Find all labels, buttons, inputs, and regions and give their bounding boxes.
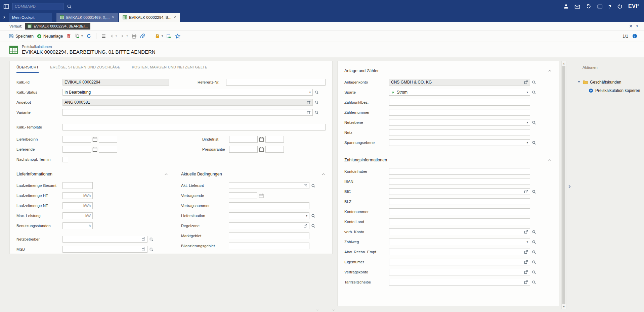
search-icon[interactable] (532, 190, 536, 194)
search-icon[interactable] (532, 250, 536, 254)
new-record-button[interactable]: Neuanlage (37, 34, 63, 39)
tree-node-geschaeftskunden[interactable]: Geschäftskunden (577, 80, 642, 85)
menu-icon[interactable] (101, 34, 106, 39)
search-icon[interactable] (311, 214, 315, 218)
vertical-scrollbar[interactable]: ▲ ▼ (561, 61, 566, 309)
copy-dropdown-caret-icon[interactable]: ▾ (81, 35, 83, 38)
laufzeitmenge-ht-input[interactable]: kWh (62, 192, 93, 199)
favorite-star-icon[interactable] (175, 34, 180, 39)
scroll-down-arrow[interactable]: ▼ (562, 304, 566, 309)
dropdown-caret-icon[interactable]: ▾ (526, 141, 528, 144)
kontoinhaber-input[interactable] (389, 168, 530, 175)
preisgarantie-date-input[interactable] (229, 146, 258, 153)
close-tab-icon[interactable] (173, 16, 176, 19)
search-icon[interactable] (532, 230, 536, 234)
open-link-icon[interactable] (524, 270, 528, 274)
naechstmoegl-termin-checkbox[interactable] (62, 157, 68, 162)
laufzeitmenge-gesamt-input[interactable] (62, 182, 93, 189)
bilanzierungsgebiet-input[interactable] (229, 243, 309, 249)
lock-button[interactable]: ▾ (155, 34, 163, 39)
open-link-icon[interactable] (141, 237, 145, 241)
lieferbeginn-date-input[interactable] (62, 136, 91, 143)
open-link-icon[interactable] (303, 224, 307, 228)
power-icon[interactable] (617, 4, 622, 9)
search-icon[interactable] (532, 141, 536, 145)
vertragsende-date-input[interactable] (229, 192, 257, 199)
tab-kosten-margen-netzentgelte[interactable]: KOSTEN, MARGEN UND NETZENTGELTE (132, 61, 207, 73)
zahlweg-dropdown[interactable]: ▾ (389, 239, 530, 245)
tab-uebersicht[interactable]: ÜBERSICHT (16, 61, 39, 73)
goto-link-icon[interactable] (166, 34, 172, 39)
scrollbar-thumb[interactable] (562, 66, 565, 304)
open-link-icon[interactable] (524, 230, 528, 234)
search-icon[interactable] (532, 240, 536, 244)
inbox-icon[interactable] (574, 4, 580, 9)
print-icon[interactable] (131, 34, 137, 39)
collapse-chevron-icon[interactable] (548, 158, 552, 162)
collapse-chevron-icon[interactable] (164, 172, 168, 176)
zaehlpunktbez-input[interactable] (389, 99, 530, 106)
vorh-konto-field[interactable] (389, 228, 530, 235)
liefersituation-dropdown[interactable]: ▾ (229, 212, 309, 219)
search-icon[interactable] (532, 270, 536, 274)
sidebar-expand-chevron[interactable] (0, 13, 8, 22)
eigentuemer-field[interactable] (389, 259, 530, 265)
dropdown-caret-icon[interactable]: ▾ (526, 241, 528, 244)
anlagenkonto-field[interactable]: CNS GMBH & CO. KG (389, 79, 530, 86)
search-icon[interactable] (532, 90, 536, 95)
kontonummer-input[interactable] (389, 208, 530, 215)
referenz-nr-input[interactable] (226, 79, 326, 86)
tarifzeitscheibe-field[interactable] (389, 279, 530, 285)
history-chip[interactable]: EVIKALK 00002294, BEARBEI... (25, 23, 90, 30)
calendar-icon[interactable] (259, 193, 264, 198)
attachment-icon[interactable] (140, 34, 145, 39)
variante-field[interactable] (62, 109, 313, 116)
open-link-icon[interactable] (141, 247, 145, 251)
bindefrist-date-input[interactable] (229, 136, 258, 143)
lieferbeginn-time-input[interactable] (99, 136, 117, 143)
search-icon[interactable] (314, 90, 319, 95)
benutzungsstunden-input[interactable]: h (62, 222, 93, 229)
tab-evikalk-00001469[interactable]: EVIKALK 00001469, X,... (56, 13, 118, 22)
navigate-back-button[interactable]: ▾ (110, 34, 117, 38)
collapse-chevron-icon[interactable] (321, 172, 326, 176)
copy-button[interactable]: ▾ (75, 34, 83, 39)
actions-panel-expand-chevron[interactable] (566, 61, 572, 312)
redo-icon[interactable] (586, 4, 591, 9)
close-tab-icon[interactable] (112, 16, 115, 19)
open-link-icon[interactable] (303, 184, 307, 188)
tab-evikalk-00002294[interactable]: EVIKALK 00002294, B... (119, 13, 180, 22)
tab-erloese-steuern-zuschlaege[interactable]: ERLÖSE, STEUERN UND ZUSCHLÄGE (50, 61, 120, 73)
lock-dropdown-caret-icon[interactable]: ▾ (162, 35, 163, 38)
open-link-icon[interactable] (524, 260, 528, 264)
search-icon[interactable] (532, 120, 536, 125)
vertragskonto-field[interactable] (389, 269, 530, 275)
netzbetreiber-field[interactable] (62, 236, 147, 243)
marktgebiet-input[interactable] (229, 232, 309, 239)
msb-field[interactable] (62, 246, 147, 253)
scroll-up-arrow[interactable]: ▲ (562, 61, 566, 66)
keypad-icon[interactable] (597, 4, 603, 9)
angebot-field[interactable]: ANG 0000581 (62, 99, 313, 106)
help-icon[interactable]: ? (608, 4, 611, 9)
akt-lieferant-field[interactable] (229, 182, 309, 189)
search-icon[interactable] (67, 4, 72, 9)
forward-dropdown-caret-icon[interactable]: ▾ (126, 35, 128, 38)
lieferende-date-input[interactable] (62, 146, 91, 153)
bindefrist-time-input[interactable] (265, 136, 284, 143)
spannungsebene-dropdown[interactable]: ▾ (389, 139, 530, 146)
calendar-icon[interactable] (259, 137, 264, 142)
calendar-icon[interactable] (259, 147, 264, 152)
blz-input[interactable] (389, 198, 530, 205)
konto-land-input[interactable] (389, 218, 530, 225)
scroll-hint-chevron-icon[interactable] (331, 308, 335, 312)
search-icon[interactable] (149, 247, 154, 252)
search-icon[interactable] (311, 224, 315, 228)
kalk-template-input[interactable] (62, 124, 326, 131)
laufzeitmenge-nt-input[interactable]: kWh (62, 202, 93, 209)
back-dropdown-caret-icon[interactable]: ▾ (116, 35, 117, 38)
open-link-icon[interactable] (524, 280, 528, 284)
open-link-icon[interactable] (524, 80, 528, 84)
bic-field[interactable] (389, 188, 530, 195)
history-dropdown-caret-icon[interactable]: ▾ (636, 24, 638, 28)
